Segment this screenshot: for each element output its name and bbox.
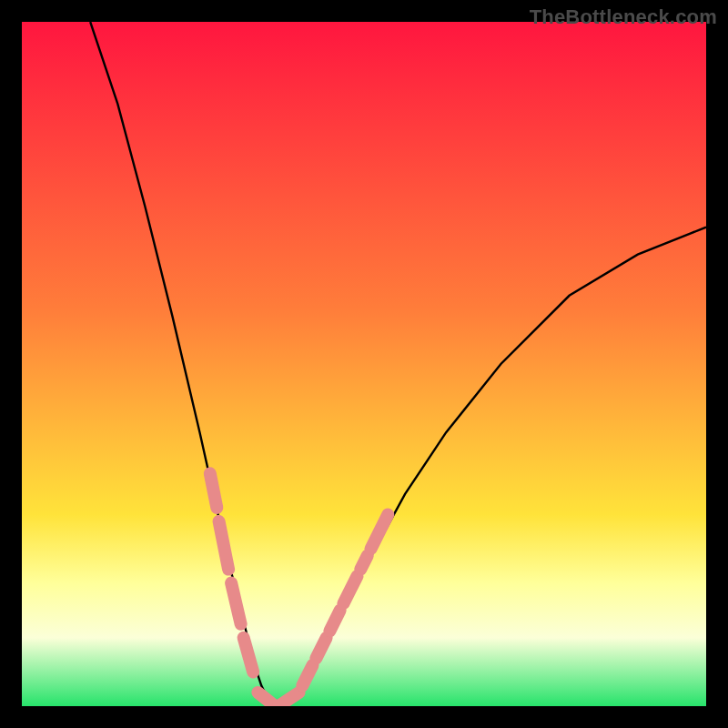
- highlight-segment: [210, 473, 217, 508]
- highlight-segment: [360, 556, 368, 570]
- gradient-background: [22, 22, 706, 706]
- watermark-text: TheBottleneck.com: [530, 5, 717, 29]
- chart-frame: [22, 22, 706, 706]
- bottleneck-plot: [22, 22, 706, 706]
